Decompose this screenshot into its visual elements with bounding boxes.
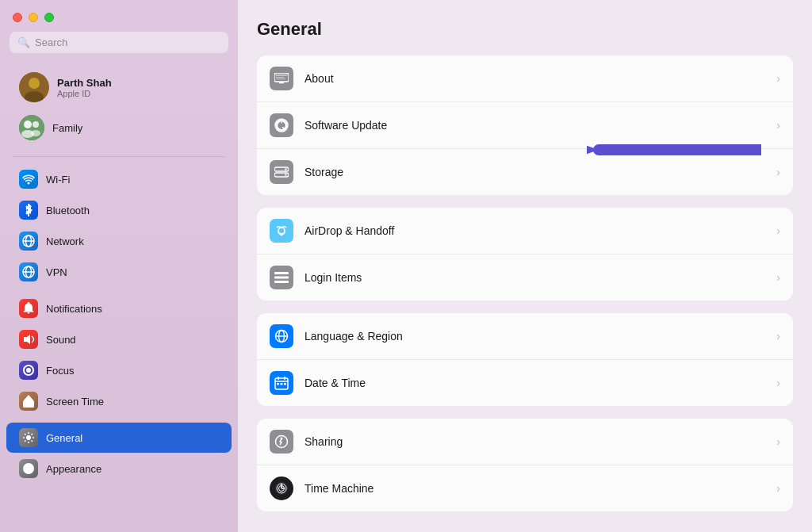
settings-group-3: Language & Region › Date & Time › <box>257 313 793 406</box>
storage-icon <box>270 160 293 184</box>
page-title: General <box>257 19 793 40</box>
softwareupdate-label: Software Update <box>304 119 765 132</box>
sidebar-item-wifi[interactable]: Wi-Fi <box>6 164 232 194</box>
sidebar-item-notifications[interactable]: Notifications <box>6 293 232 323</box>
bluetooth-label: Bluetooth <box>46 205 90 216</box>
svg-rect-45 <box>274 281 289 283</box>
timemachine-chevron: › <box>776 482 780 495</box>
notifications-icon <box>19 299 38 318</box>
svg-point-4 <box>24 121 32 128</box>
appearance-icon <box>19 459 38 478</box>
svg-point-38 <box>285 174 286 175</box>
timemachine-row[interactable]: Time Machine › <box>257 465 793 511</box>
network-label: Network <box>46 235 84 247</box>
focus-icon <box>19 361 38 380</box>
user-info: Parth Shah Apple ID <box>57 77 112 98</box>
datetime-row[interactable]: Date & Time › <box>257 360 793 406</box>
sidebar-scroll: Parth Shah Apple ID Family <box>0 63 238 532</box>
airdrop-chevron: › <box>776 224 780 237</box>
sidebar-item-general[interactable]: General <box>6 423 232 453</box>
svg-rect-30 <box>276 77 284 78</box>
loginitems-row[interactable]: Login Items › <box>257 255 793 300</box>
svg-point-57 <box>281 438 283 440</box>
family-item[interactable]: Family <box>6 109 232 147</box>
airdrop-icon <box>270 219 293 243</box>
datetime-icon <box>270 371 293 395</box>
language-row[interactable]: Language & Region › <box>257 313 793 360</box>
svg-point-1 <box>29 78 40 89</box>
storage-chevron: › <box>776 166 780 178</box>
main-content: General About › <box>238 0 812 532</box>
svg-rect-54 <box>281 383 283 385</box>
svg-rect-26 <box>274 74 289 75</box>
about-label: About <box>304 72 765 85</box>
nav-items: Wi-Fi Bluetooth <box>0 160 238 488</box>
sidebar-item-focus[interactable]: Focus <box>6 355 232 385</box>
svg-rect-31 <box>276 78 285 79</box>
language-chevron: › <box>776 330 780 343</box>
timemachine-label: Time Machine <box>304 482 765 495</box>
spacer-2 <box>0 417 238 422</box>
sidebar-item-vpn[interactable]: VPN <box>6 257 232 287</box>
vpn-label: VPN <box>46 266 67 278</box>
user-subtitle: Apple ID <box>57 89 112 98</box>
screentime-icon <box>19 392 38 411</box>
divider-1 <box>13 156 225 157</box>
airdrop-row[interactable]: AirDrop & Handoff › <box>257 208 793 255</box>
sharing-row[interactable]: Sharing › <box>257 419 793 465</box>
search-placeholder: Search <box>35 36 67 48</box>
svg-rect-44 <box>274 277 289 279</box>
sound-icon <box>19 330 38 349</box>
general-icon <box>19 428 38 447</box>
sidebar-item-screentime[interactable]: Screen Time <box>6 386 232 416</box>
sharing-icon <box>270 430 293 454</box>
sidebar-item-appearance[interactable]: Appearance <box>6 454 232 484</box>
screentime-label: Screen Time <box>46 396 104 408</box>
language-icon <box>270 324 293 348</box>
sound-label: Sound <box>46 334 76 346</box>
softwareupdate-icon <box>270 113 293 137</box>
datetime-label: Date & Time <box>304 377 765 389</box>
svg-point-22 <box>26 435 31 440</box>
traffic-lights <box>0 0 238 32</box>
user-name: Parth Shah <box>57 77 112 89</box>
about-icon <box>270 67 293 90</box>
user-section: Parth Shah Apple ID Family <box>0 63 238 153</box>
softwareupdate-row[interactable]: Software Update › <box>257 102 793 149</box>
airdrop-label: AirDrop & Handoff <box>304 224 765 237</box>
svg-marker-18 <box>24 335 30 344</box>
maximize-button[interactable] <box>44 13 54 22</box>
sidebar-item-network[interactable]: Network <box>6 226 232 256</box>
appearance-label: Appearance <box>46 463 102 475</box>
search-bar[interactable]: 🔍 Search <box>10 32 228 53</box>
spacer-1 <box>0 288 238 293</box>
search-icon: 🔍 <box>17 36 30 48</box>
svg-point-23 <box>23 463 34 474</box>
minimize-button[interactable] <box>29 13 38 22</box>
about-row[interactable]: About › <box>257 55 793 102</box>
loginitems-chevron: › <box>776 271 780 284</box>
svg-point-7 <box>31 130 40 136</box>
sharing-chevron: › <box>776 435 780 448</box>
bluetooth-icon <box>19 201 38 220</box>
general-label: General <box>46 432 82 444</box>
svg-point-33 <box>280 124 284 128</box>
settings-group-4: Sharing › Time Machine › <box>257 419 793 511</box>
svg-rect-29 <box>276 75 287 76</box>
storage-label: Storage <box>304 166 765 178</box>
user-avatar <box>19 72 49 102</box>
vpn-icon <box>19 262 38 281</box>
svg-point-37 <box>285 168 286 170</box>
close-button[interactable] <box>13 13 22 22</box>
sidebar: 🔍 Search Parth Shah Apple ID <box>0 0 238 532</box>
language-label: Language & Region <box>304 330 765 343</box>
sidebar-item-bluetooth[interactable]: Bluetooth <box>6 195 232 225</box>
datetime-chevron: › <box>776 377 780 389</box>
settings-group-2: AirDrop & Handoff › Login Items › <box>257 208 793 300</box>
sharing-label: Sharing <box>304 435 765 448</box>
svg-rect-20 <box>23 401 34 408</box>
family-label: Family <box>52 122 82 134</box>
storage-row[interactable]: Storage › <box>257 149 793 195</box>
user-profile-item[interactable]: Parth Shah Apple ID <box>6 66 232 109</box>
sidebar-item-sound[interactable]: Sound <box>6 324 232 354</box>
